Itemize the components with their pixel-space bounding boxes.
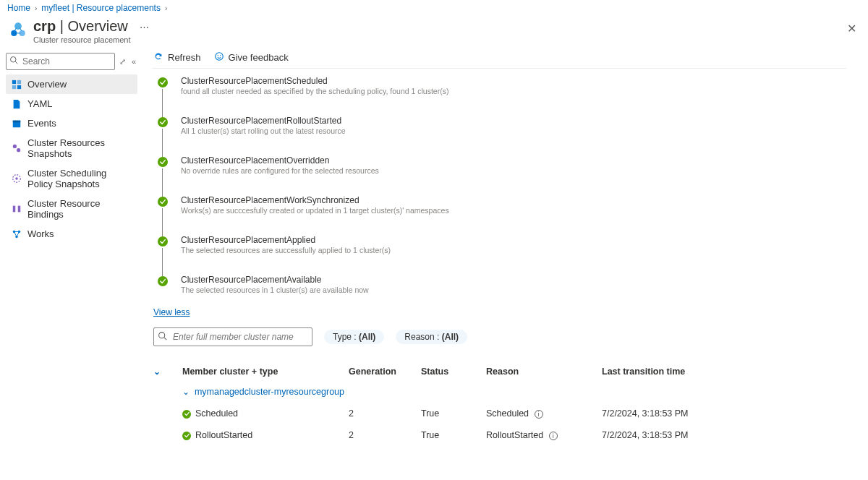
- sidebar: ⤢ « Overview YAML Events Cluster Resourc…: [0, 48, 142, 480]
- close-button[interactable]: ✕: [844, 19, 859, 38]
- timeline-description: The selected resources in 1 cluster(s) a…: [181, 286, 369, 294]
- timeline-title: ClusterResourcePlacementAvailable: [181, 275, 369, 285]
- table-group-row[interactable]: ⌄ mymanagedcluster-myresourcegroup: [153, 381, 848, 403]
- sidebar-expand-icon[interactable]: ⤢: [118, 57, 127, 67]
- policy-snapshot-icon: [12, 173, 22, 184]
- success-icon: [158, 77, 168, 87]
- svg-point-3: [11, 57, 17, 63]
- success-icon: [158, 276, 168, 286]
- row-last-transition: 7/2/2024, 3:18:53 PM: [602, 424, 848, 446]
- timeline-connector: [162, 89, 163, 117]
- search-icon: [158, 331, 167, 343]
- bindings-icon: [12, 204, 22, 214]
- blade-header: crp | Overview Cluster resource placemen…: [0, 14, 868, 48]
- svg-rect-17: [18, 206, 21, 213]
- row-generation: 2: [349, 403, 421, 424]
- document-icon: [12, 99, 22, 109]
- sidebar-item-label: YAML: [27, 98, 52, 109]
- filter-type-pill[interactable]: Type : (All): [324, 330, 384, 344]
- breadcrumb-home[interactable]: Home: [7, 3, 30, 13]
- timeline-title: ClusterResourcePlacementApplied: [181, 235, 391, 245]
- sidebar-item-cluster-resource-bindings[interactable]: Cluster Resource Bindings: [6, 194, 137, 224]
- svg-rect-7: [12, 85, 16, 88]
- sidebar-item-label: Cluster Scheduling Policy Snapshots: [27, 168, 132, 189]
- timeline-item: ClusterResourcePlacementRolloutStartedAl…: [158, 116, 868, 155]
- svg-point-15: [15, 177, 18, 180]
- sidebar-item-label: Cluster Resources Snapshots: [27, 137, 132, 159]
- page-title: crp | Overview: [33, 17, 131, 35]
- sidebar-item-events[interactable]: Events: [6, 113, 137, 133]
- svg-rect-6: [17, 80, 21, 83]
- sidebar-item-yaml[interactable]: YAML: [6, 94, 137, 113]
- works-icon: [12, 229, 22, 239]
- svg-line-25: [164, 338, 166, 340]
- sidebar-item-scheduling-policy-snapshots[interactable]: Cluster Scheduling Policy Snapshots: [6, 163, 137, 194]
- table-row: Scheduled2TrueScheduled i7/2/2024, 3:18:…: [153, 403, 848, 424]
- refresh-button[interactable]: Refresh: [153, 51, 201, 64]
- timeline-title: ClusterResourcePlacementRolloutStarted: [181, 116, 346, 126]
- filter-reason-pill[interactable]: Reason : (All): [396, 330, 467, 344]
- success-icon: [158, 157, 168, 167]
- col-header-generation[interactable]: Generation: [349, 362, 421, 381]
- table-row: RolloutStarted2TrueRolloutStarted i7/2/2…: [153, 424, 848, 446]
- col-header-last[interactable]: Last transition time: [602, 362, 848, 381]
- search-icon: [9, 56, 18, 67]
- snapshot-icon: [12, 143, 22, 153]
- toolbar: Refresh Give feedback: [153, 48, 868, 68]
- sidebar-item-label: Overview: [27, 79, 67, 90]
- timeline-description: All 1 cluster(s) start rolling out the l…: [181, 127, 346, 135]
- success-icon: [158, 197, 168, 207]
- row-type: Scheduled: [195, 408, 238, 419]
- resource-icon: [9, 20, 27, 39]
- row-status: True: [421, 424, 486, 446]
- refresh-icon: [153, 51, 163, 64]
- chevron-down-icon[interactable]: ⌄: [182, 387, 190, 397]
- breadcrumb-fleet[interactable]: myfleet | Resource placements: [41, 3, 161, 13]
- svg-rect-11: [13, 120, 21, 122]
- success-icon: [158, 117, 168, 127]
- sidebar-item-label: Works: [27, 228, 54, 239]
- success-icon: [182, 410, 191, 419]
- svg-rect-16: [13, 206, 16, 213]
- view-less-link[interactable]: View less: [153, 307, 190, 317]
- content-area: Refresh Give feedback ClusterResourcePla…: [142, 48, 868, 480]
- overview-icon: [12, 80, 22, 90]
- sidebar-item-label: Events: [27, 118, 56, 129]
- sidebar-item-label: Cluster Resource Bindings: [27, 198, 132, 220]
- breadcrumb: Home › myfleet | Resource placements ›: [0, 0, 868, 14]
- feedback-button[interactable]: Give feedback: [214, 51, 289, 64]
- timeline-item: ClusterResourcePlacementAppliedThe selec…: [158, 235, 868, 275]
- info-icon[interactable]: i: [535, 410, 543, 419]
- chevron-down-icon[interactable]: ⌄: [153, 367, 161, 377]
- more-button[interactable]: ⋯: [140, 22, 150, 33]
- svg-rect-5: [12, 80, 16, 83]
- cluster-search-input[interactable]: [153, 327, 312, 346]
- svg-point-13: [17, 148, 20, 152]
- col-header-reason[interactable]: Reason: [486, 362, 602, 381]
- chevron-right-icon: ›: [33, 4, 38, 12]
- col-header-cluster[interactable]: Member cluster + type: [182, 362, 349, 381]
- sidebar-item-cluster-resources-snapshots[interactable]: Cluster Resources Snapshots: [6, 133, 137, 163]
- divider: [152, 68, 846, 69]
- row-reason: Scheduled: [486, 408, 529, 419]
- sidebar-collapse-icon[interactable]: «: [130, 57, 137, 66]
- success-icon: [182, 432, 191, 440]
- timeline-item: ClusterResourcePlacementWorkSynchronized…: [158, 195, 868, 235]
- col-header-status[interactable]: Status: [421, 362, 486, 381]
- sidebar-search-input[interactable]: [6, 53, 115, 70]
- svg-point-22: [217, 55, 218, 56]
- sidebar-item-works[interactable]: Works: [6, 224, 137, 244]
- cluster-link[interactable]: mymanagedcluster-myresourcegroup: [195, 387, 344, 397]
- row-reason: RolloutStarted: [486, 430, 543, 440]
- row-generation: 2: [349, 424, 421, 446]
- info-icon[interactable]: i: [549, 432, 558, 440]
- timeline-title: ClusterResourcePlacementWorkSynchronized: [181, 195, 449, 205]
- placement-status-table: ⌄ Member cluster + type Generation Statu…: [153, 362, 848, 446]
- svg-line-4: [15, 61, 17, 64]
- events-icon: [12, 119, 22, 129]
- timeline-connector: [162, 129, 163, 157]
- sidebar-item-overview[interactable]: Overview: [6, 74, 137, 94]
- timeline-title: ClusterResourcePlacementScheduled: [181, 76, 448, 86]
- svg-point-12: [13, 145, 17, 148]
- timeline-item: ClusterResourcePlacementOverriddenNo ove…: [158, 155, 868, 195]
